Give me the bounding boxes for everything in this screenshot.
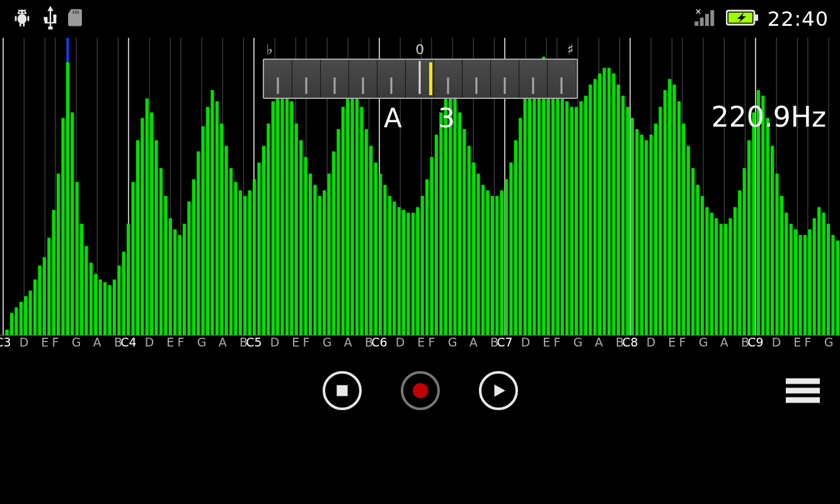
svg-rect-241 — [790, 224, 793, 335]
svg-rect-217 — [677, 101, 681, 335]
svg-rect-233 — [752, 112, 755, 335]
svg-rect-128 — [262, 146, 265, 335]
svg-rect-144 — [337, 129, 340, 335]
tuner-meter — [263, 59, 578, 99]
svg-rect-221 — [696, 185, 699, 335]
svg-rect-136 — [299, 140, 302, 335]
svg-rect-197 — [584, 96, 587, 335]
detected-frequency: 220.9Hz — [711, 101, 826, 133]
svg-rect-126 — [253, 179, 256, 335]
svg-rect-163 — [425, 179, 429, 335]
svg-rect-122 — [234, 182, 237, 335]
svg-rect-21 — [755, 14, 758, 21]
svg-rect-253 — [337, 385, 347, 396]
svg-rect-245 — [808, 229, 811, 335]
svg-rect-137 — [304, 157, 307, 335]
tuner-center-label: 0 — [415, 42, 424, 57]
svg-rect-232 — [747, 140, 751, 335]
svg-rect-181 — [509, 163, 512, 335]
svg-rect-198 — [589, 84, 592, 335]
svg-rect-80 — [38, 266, 41, 336]
svg-rect-212 — [654, 123, 657, 335]
tuner: ♭ 0 ♯ A 3 — [263, 42, 578, 134]
svg-rect-142 — [327, 174, 330, 335]
svg-rect-166 — [439, 112, 442, 335]
svg-rect-157 — [398, 207, 401, 335]
svg-rect-85 — [61, 118, 64, 335]
svg-rect-121 — [229, 168, 233, 335]
svg-rect-225 — [715, 218, 718, 335]
svg-rect-230 — [738, 190, 741, 335]
svg-rect-171 — [463, 129, 466, 335]
svg-marker-254 — [494, 384, 505, 397]
svg-rect-98 — [122, 251, 125, 335]
svg-rect-74 — [10, 313, 13, 335]
svg-rect-164 — [430, 157, 433, 335]
svg-rect-154 — [383, 185, 386, 335]
svg-rect-224 — [710, 213, 713, 335]
svg-rect-77 — [24, 296, 27, 335]
svg-rect-87 — [71, 112, 74, 335]
svg-rect-165 — [435, 135, 438, 335]
svg-rect-226 — [720, 224, 723, 335]
svg-rect-200 — [598, 74, 601, 335]
svg-rect-238 — [775, 174, 778, 335]
svg-rect-103 — [146, 98, 149, 335]
svg-rect-14 — [78, 11, 79, 14]
svg-rect-172 — [468, 146, 471, 335]
stop-button[interactable] — [323, 371, 362, 410]
svg-rect-156 — [393, 202, 396, 335]
svg-rect-211 — [649, 135, 652, 335]
svg-rect-116 — [206, 107, 209, 335]
svg-rect-119 — [220, 123, 223, 335]
svg-rect-107 — [164, 196, 167, 335]
svg-rect-195 — [575, 107, 578, 335]
svg-rect-112 — [187, 202, 190, 335]
svg-rect-155 — [388, 196, 391, 335]
svg-rect-16 — [699, 18, 703, 26]
svg-rect-130 — [272, 101, 275, 335]
svg-rect-158 — [402, 210, 405, 335]
svg-rect-223 — [705, 207, 708, 335]
svg-rect-0 — [18, 14, 26, 24]
svg-rect-216 — [673, 84, 676, 335]
svg-rect-12 — [72, 11, 74, 14]
svg-rect-73 — [6, 329, 9, 335]
svg-rect-214 — [664, 90, 667, 335]
svg-rect-96 — [113, 280, 116, 335]
svg-rect-76 — [20, 302, 23, 335]
svg-rect-92 — [94, 274, 97, 335]
tuner-sharp-label: ♯ — [567, 42, 574, 57]
svg-rect-139 — [313, 185, 316, 335]
svg-rect-117 — [210, 90, 214, 335]
svg-rect-208 — [635, 129, 638, 335]
svg-rect-205 — [621, 96, 624, 335]
svg-rect-199 — [594, 79, 597, 335]
svg-rect-114 — [197, 151, 200, 335]
svg-rect-7 — [20, 23, 21, 27]
android-status-bar: ✕ 22:40 — [0, 0, 840, 38]
svg-rect-231 — [743, 168, 746, 335]
svg-rect-150 — [365, 129, 368, 335]
svg-rect-99 — [127, 224, 130, 335]
svg-rect-215 — [668, 79, 671, 335]
svg-rect-193 — [565, 101, 568, 335]
menu-button[interactable] — [786, 375, 820, 407]
svg-rect-248 — [822, 213, 825, 335]
svg-rect-11 — [44, 17, 48, 21]
svg-rect-153 — [379, 174, 382, 335]
no-signal-icon: ✕ — [693, 8, 717, 30]
svg-point-2 — [23, 11, 25, 13]
svg-rect-18 — [710, 10, 714, 26]
record-button[interactable] — [401, 371, 440, 410]
svg-rect-93 — [99, 280, 102, 335]
svg-rect-182 — [514, 140, 517, 335]
svg-rect-109 — [173, 229, 176, 335]
hamburger-icon — [786, 379, 820, 384]
svg-rect-209 — [640, 135, 643, 335]
svg-rect-151 — [369, 146, 372, 335]
svg-rect-17 — [705, 14, 709, 26]
play-button[interactable] — [479, 371, 518, 410]
svg-rect-161 — [416, 207, 419, 335]
note-axis: C3DEFGABC4DEFGABC5DEFGABC6DEFGABC7DEFGAB… — [0, 335, 840, 352]
